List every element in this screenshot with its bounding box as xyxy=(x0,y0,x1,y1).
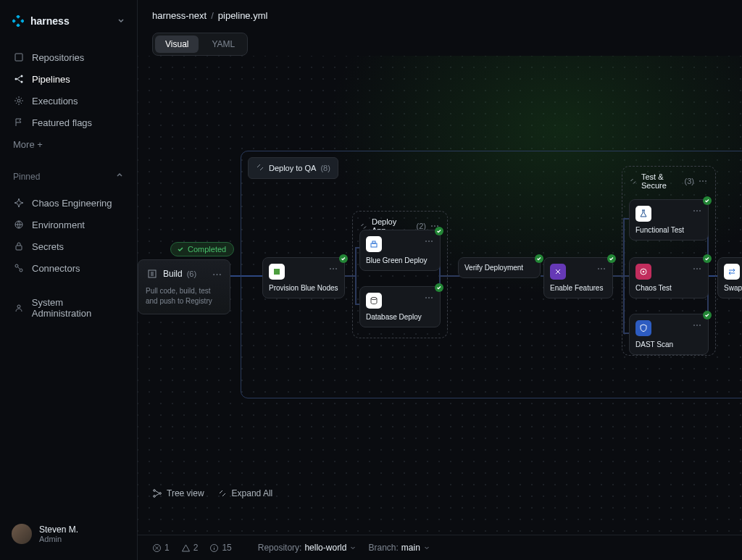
stat-value: 15 xyxy=(222,543,231,553)
more-icon[interactable]: ⋯ xyxy=(693,206,702,216)
nav-primary: Repositories Pipelines Executions Featur… xyxy=(0,42,137,164)
breadcrumb-file[interactable]: pipeline.yml xyxy=(218,10,268,21)
step-dast-scan[interactable]: ⋯ DAST Scan xyxy=(629,314,709,355)
breadcrumb: harness-next / pipeline.yml xyxy=(138,0,742,28)
nav-system-admin[interactable]: System Administration xyxy=(6,292,131,324)
nav-more[interactable]: More + xyxy=(6,133,131,155)
svg-point-13 xyxy=(17,305,20,308)
nav-secrets[interactable]: Secrets xyxy=(6,235,131,257)
tree-view-button[interactable]: Tree view xyxy=(152,488,204,498)
nav-label: Repositories xyxy=(32,52,84,63)
button-label: Tree view xyxy=(167,488,204,498)
check-icon xyxy=(177,246,184,253)
check-icon xyxy=(435,283,443,292)
more-icon[interactable]: ⋯ xyxy=(425,293,434,303)
info-icon xyxy=(209,543,219,553)
flask-icon xyxy=(635,206,651,222)
step-provision[interactable]: ⋯ Provision Blue Nodes xyxy=(262,257,345,298)
deploy-icon xyxy=(366,236,382,252)
info-stat[interactable]: 15 xyxy=(209,543,231,553)
pipeline-canvas[interactable]: Completed Build (6) ⋯ Pull code, build, … xyxy=(138,56,742,535)
expand-icon xyxy=(217,488,228,498)
more-icon[interactable]: ⋯ xyxy=(693,320,702,330)
step-label: Chaos Test xyxy=(635,284,702,292)
step-label: Verify Deployment xyxy=(464,264,534,272)
svg-point-18 xyxy=(371,297,377,299)
expand-all-button[interactable]: Expand All xyxy=(217,488,273,498)
nav-repositories[interactable]: Repositories xyxy=(6,46,131,68)
svg-point-11 xyxy=(15,264,18,267)
tab-yaml[interactable]: YAML xyxy=(201,35,245,53)
stage-build[interactable]: Build (6) ⋯ Pull code, build, test and p… xyxy=(138,259,230,314)
svg-rect-15 xyxy=(274,269,280,275)
nav-pipelines[interactable]: Pipelines xyxy=(6,68,131,90)
svg-point-6 xyxy=(21,75,23,78)
user-menu[interactable]: Steven M. Admin xyxy=(0,515,137,553)
database-icon xyxy=(366,293,382,309)
tree-icon xyxy=(152,488,162,498)
svg-rect-4 xyxy=(15,54,22,61)
svg-point-22 xyxy=(154,496,156,498)
nav-executions[interactable]: Executions xyxy=(6,90,131,112)
expand-icon xyxy=(630,175,637,188)
expand-icon xyxy=(256,162,264,175)
pinned-section-header[interactable]: Pinned xyxy=(0,164,137,188)
repository-selector[interactable]: Repository: hello-world xyxy=(258,543,357,553)
check-icon xyxy=(435,227,443,235)
nav-featured-flags[interactable]: Featured flags xyxy=(6,112,131,133)
brand-switcher[interactable]: harness xyxy=(0,7,137,42)
svg-rect-10 xyxy=(16,246,22,250)
connector-icon xyxy=(13,262,25,274)
svg-rect-17 xyxy=(372,241,375,243)
step-chaos-test[interactable]: ⋯ Chaos Test xyxy=(629,257,709,298)
stage-title: Deploy to QA xyxy=(269,164,316,172)
gear-icon xyxy=(13,95,25,106)
nav-label: Pipelines xyxy=(32,74,70,85)
avatar xyxy=(12,524,32,544)
svg-point-20 xyxy=(643,271,645,273)
nav-environment[interactable]: Environment xyxy=(6,214,131,235)
check-icon xyxy=(703,311,712,319)
nav-label: Executions xyxy=(32,96,78,106)
statusbar: 1 2 15 Repository: hello-world Branch: m… xyxy=(138,535,742,560)
group-title: Test & Secure xyxy=(641,172,680,190)
chaos-icon xyxy=(13,197,25,209)
more-icon[interactable]: ⋯ xyxy=(597,264,606,274)
warnings-stat[interactable]: 2 xyxy=(181,543,199,553)
flag-icon xyxy=(13,117,25,128)
step-functional-test[interactable]: ⋯ Functional Test xyxy=(629,199,709,241)
stage-count: (6) xyxy=(187,269,196,278)
more-icon[interactable]: ⋯ xyxy=(693,264,702,274)
more-icon[interactable]: ⋯ xyxy=(699,176,708,186)
chevron-down-icon xyxy=(423,544,430,551)
step-blue-green-deploy[interactable]: ⋯ Blue Green Deploy xyxy=(359,230,441,271)
stage-deploy-qa-header[interactable]: Deploy to QA (8) xyxy=(248,157,338,179)
nav-label: Secrets xyxy=(32,241,64,252)
svg-point-7 xyxy=(21,81,23,83)
step-database-deploy[interactable]: ⋯ Database Deploy xyxy=(359,286,441,327)
stage-count: (8) xyxy=(320,164,330,172)
more-icon[interactable]: ⋯ xyxy=(425,236,434,246)
more-icon[interactable]: ⋯ xyxy=(329,264,338,274)
breadcrumb-project[interactable]: harness-next xyxy=(152,10,207,21)
admin-icon xyxy=(13,302,25,314)
nav-label: Featured flags xyxy=(32,117,92,128)
harness-logo-icon xyxy=(12,14,25,28)
step-swap[interactable]: Swap xyxy=(717,257,742,298)
nav-label: Chaos Engineering xyxy=(32,198,112,209)
errors-stat[interactable]: 1 xyxy=(152,543,170,553)
svg-point-21 xyxy=(154,490,156,492)
nav-connectors[interactable]: Connectors xyxy=(6,257,131,279)
check-icon xyxy=(339,254,348,263)
stage-title: Build xyxy=(163,269,183,279)
value: hello-world xyxy=(304,543,346,553)
tab-visual[interactable]: Visual xyxy=(155,35,199,53)
label: Branch: xyxy=(368,543,398,553)
branch-selector[interactable]: Branch: main xyxy=(368,543,430,553)
stat-value: 2 xyxy=(193,543,199,553)
step-enable-features[interactable]: ⋯ Enable Features xyxy=(543,257,613,298)
more-icon[interactable]: ⋯ xyxy=(212,269,222,280)
nav-chaos-engineering[interactable]: Chaos Engineering xyxy=(6,192,131,214)
step-verify-deployment[interactable]: ⋯ Verify Deployment xyxy=(458,257,541,278)
chevron-down-icon xyxy=(349,544,357,551)
